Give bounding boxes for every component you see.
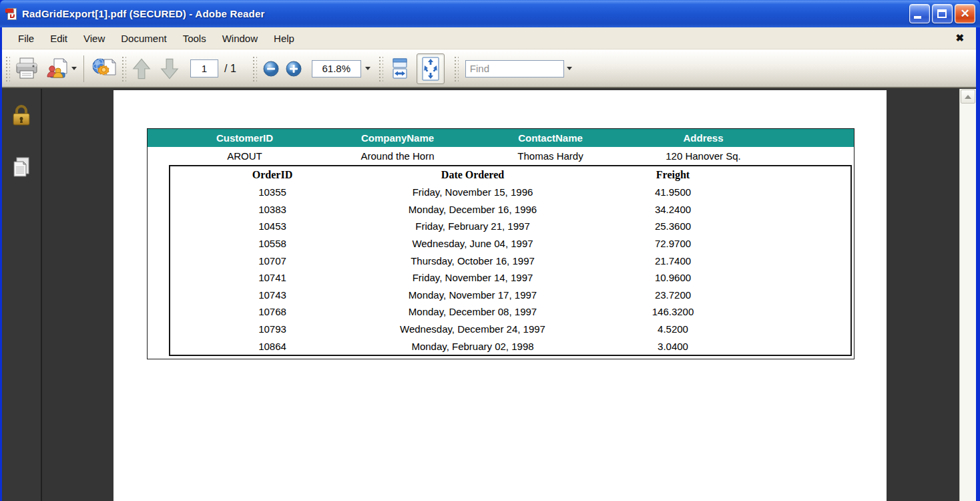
table-cell: 10383: [172, 204, 373, 215]
menubar-close-icon[interactable]: ✖: [950, 31, 969, 45]
find-input[interactable]: [465, 60, 564, 77]
table-cell: 10793: [172, 323, 373, 335]
menu-help[interactable]: Help: [266, 30, 302, 47]
scroll-up-button[interactable]: [961, 90, 975, 104]
menu-view[interactable]: View: [75, 30, 113, 47]
lock-icon: [11, 104, 32, 128]
table-cell: AROUT: [168, 150, 321, 162]
table-cell: 10743: [172, 289, 373, 301]
table-cell: 10707: [172, 255, 373, 267]
toolbar-separator: [83, 55, 84, 82]
table-row: 10793 Wednesday, December 24, 1997 4.520…: [170, 321, 850, 338]
menu-edit[interactable]: Edit: [42, 30, 75, 47]
menu-bar: File Edit View Document Tools Window Hel…: [2, 27, 976, 49]
zoom-level-combobox[interactable]: 61.8%: [312, 60, 361, 77]
security-panel-button[interactable]: [7, 102, 36, 129]
page-down-arrow-icon: [158, 57, 181, 80]
table-cell: Around the Horn: [321, 150, 474, 162]
table-cell: 10741: [172, 272, 373, 283]
find-dropdown-icon: [567, 67, 572, 70]
pages-icon: [11, 156, 31, 179]
menu-document[interactable]: Document: [113, 30, 174, 47]
next-page-button[interactable]: [156, 55, 184, 82]
toolbar-grip[interactable]: [121, 56, 126, 81]
customer-table: CustomerID CompanyName ContactName Addre…: [147, 128, 854, 359]
zoom-in-button[interactable]: [282, 58, 305, 79]
table-cell: 10453: [172, 220, 373, 232]
table-cell: Friday, February 21, 1997: [373, 220, 573, 232]
zoom-out-button[interactable]: [260, 58, 282, 79]
collaborate-button[interactable]: [42, 55, 79, 83]
table-cell: 10.9600: [573, 272, 773, 283]
pages-panel-button[interactable]: [7, 154, 36, 181]
customer-table-header-row: CustomerID CompanyName ContactName Addre…: [148, 129, 854, 147]
orders-table: OrderID Date Ordered Freight 10355 Frida…: [169, 165, 852, 356]
find-dropdown-button[interactable]: [564, 60, 575, 77]
maximize-button[interactable]: [932, 4, 953, 23]
menu-window[interactable]: Window: [214, 30, 266, 47]
table-cell: 23.7200: [573, 289, 773, 301]
table-row: 10453 Friday, February 21, 1997 25.3600: [170, 218, 850, 235]
create-pdf-online-button[interactable]: [88, 54, 120, 84]
column-header: Freight: [573, 169, 773, 181]
fit-page-icon: [420, 56, 441, 81]
orders-table-header-row: OrderID Date Ordered Freight: [170, 166, 850, 184]
table-cell: Monday, December 08, 1997: [373, 306, 573, 317]
table-cell: 10355: [172, 186, 373, 198]
table-cell: 10864: [172, 341, 373, 352]
fit-width-icon: [390, 57, 410, 80]
toolbar-grip[interactable]: [454, 56, 459, 81]
table-cell: 4.5200: [573, 323, 773, 335]
toolbar: / 1 61.8%: [2, 49, 976, 88]
fit-width-button[interactable]: [387, 55, 413, 82]
table-row: 10768 Monday, December 08, 1997 146.3200: [170, 303, 850, 321]
zoom-out-icon: [262, 60, 280, 77]
table-row: 10864 Monday, February 02, 1998 3.0400: [170, 337, 850, 355]
printer-icon: [14, 57, 39, 81]
table-row: 10743 Monday, November 17, 1997 23.7200: [170, 287, 850, 304]
zoom-dropdown-icon[interactable]: [365, 67, 371, 70]
window-title: RadGridExport[1].pdf (SECURED) - Adobe R…: [22, 8, 909, 19]
adobe-reader-window: RadGridExport[1].pdf (SECURED) - Adobe R…: [0, 0, 980, 501]
table-cell: 10558: [172, 238, 373, 249]
page-total-label: / 1: [224, 63, 236, 75]
table-cell: Monday, December 16, 1996: [373, 204, 573, 215]
vertical-scrollbar[interactable]: [959, 89, 976, 501]
print-button[interactable]: [11, 55, 42, 83]
fit-page-button[interactable]: [417, 53, 445, 84]
close-button[interactable]: ✕: [955, 4, 975, 23]
previous-page-button[interactable]: [128, 55, 156, 82]
toolbar-grip[interactable]: [252, 56, 257, 81]
column-header: Date Ordered: [373, 169, 573, 181]
table-cell: 34.2400: [573, 204, 773, 215]
close-icon: ✕: [955, 5, 975, 23]
menu-file[interactable]: File: [10, 30, 42, 47]
table-row: 10741 Friday, November 14, 1997 10.9600: [170, 269, 850, 287]
toolbar-grip[interactable]: [379, 56, 383, 81]
collaborate-share-icon: [45, 57, 69, 81]
column-header: ContactName: [474, 132, 627, 144]
table-cell: 21.7400: [573, 255, 773, 267]
pdf-page: CustomerID CompanyName ContactName Addre…: [113, 90, 887, 501]
navigation-panel-strip: [2, 89, 42, 501]
minimize-button[interactable]: [909, 4, 930, 23]
maximize-icon: [937, 9, 947, 18]
table-row: 10558 Wednesday, June 04, 1997 72.9700: [170, 235, 850, 253]
table-cell: Friday, November 14, 1997: [373, 272, 573, 283]
table-row: 10355 Friday, November 15, 1996 41.9500: [170, 184, 850, 201]
page-number-input[interactable]: [190, 59, 218, 77]
page-up-arrow-icon: [130, 57, 153, 80]
table-cell: Thursday, October 16, 1997: [373, 255, 573, 267]
table-cell: Monday, February 02, 1998: [373, 341, 573, 352]
minimize-icon: [914, 16, 921, 19]
title-bar: RadGridExport[1].pdf (SECURED) - Adobe R…: [0, 0, 980, 27]
table-row: 10383 Monday, December 16, 1996 34.2400: [170, 201, 850, 218]
table-cell: Monday, November 17, 1997: [373, 289, 573, 301]
menu-tools[interactable]: Tools: [175, 30, 214, 47]
table-cell: 41.9500: [573, 186, 773, 198]
table-cell: Thomas Hardy: [474, 150, 627, 162]
toolbar-grip[interactable]: [5, 56, 10, 81]
table-cell: 120 Hanover Sq.: [627, 150, 780, 162]
table-cell: 72.9700: [573, 238, 773, 249]
table-cell: 25.3600: [573, 220, 773, 232]
